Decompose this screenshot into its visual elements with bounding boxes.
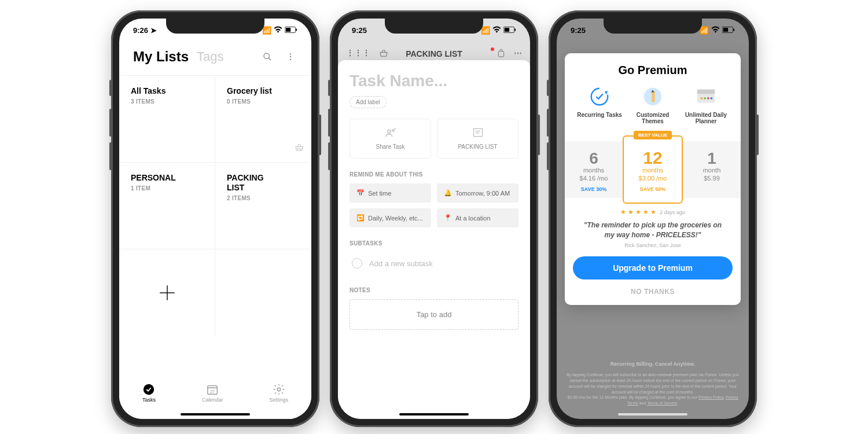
section-reminders: REMIND ME ABOUT THIS xyxy=(350,171,518,178)
svg-line-10 xyxy=(300,148,301,150)
list-assign-button[interactable]: PACKING LIST xyxy=(437,119,518,159)
status-time: 9:25 xyxy=(352,26,367,35)
svg-point-37 xyxy=(707,97,709,100)
share-task-button[interactable]: Share Task xyxy=(350,119,431,159)
svg-point-38 xyxy=(711,97,713,100)
svg-rect-28 xyxy=(723,28,728,32)
home-indicator[interactable] xyxy=(399,413,469,415)
status-time: 9:25 xyxy=(571,26,586,35)
battery-icon xyxy=(285,26,297,35)
list-name: PERSONAL xyxy=(131,173,183,183)
list-icon xyxy=(437,127,518,139)
reminder-tomorrow[interactable]: 🔔Tomorrow, 9:00 AM xyxy=(437,183,518,203)
task-sheet: Task Name... Add label Share Task PACKIN… xyxy=(338,60,530,419)
list-packing[interactable]: PACKING LIST 2 ITEMS xyxy=(215,163,311,249)
tab-mylists[interactable]: My Lists xyxy=(133,49,189,65)
plan-12mo[interactable]: BEST VALUE 12 months $3.00 /mo SAVE 50% xyxy=(623,135,683,204)
nav-label: Settings xyxy=(269,397,288,403)
nav-settings[interactable]: Settings xyxy=(269,383,288,403)
more-horizontal-icon[interactable]: ⋯ xyxy=(514,49,522,60)
list-personal[interactable]: PERSONAL 1 ITEM xyxy=(119,163,215,249)
svg-rect-21 xyxy=(498,51,503,56)
svg-point-6 xyxy=(290,56,291,57)
battery-icon xyxy=(722,26,735,35)
add-list-button[interactable] xyxy=(119,249,215,336)
list-name: All Tasks xyxy=(131,86,183,96)
basket-icon[interactable] xyxy=(378,48,389,60)
battery-icon xyxy=(503,26,516,35)
notes-input[interactable]: Tap to add xyxy=(350,299,518,330)
phone-mylists: 9:26 ➤ 📶 My Lists Tags All Tasks 3 ITEMS… xyxy=(111,10,319,427)
reminder-location[interactable]: 📍At a location xyxy=(437,208,518,227)
card-label: Share Task xyxy=(376,144,405,150)
tab-tags[interactable]: Tags xyxy=(197,49,223,64)
home-indicator[interactable] xyxy=(618,413,687,415)
search-icon[interactable] xyxy=(260,50,274,64)
svg-point-23 xyxy=(392,130,394,132)
add-label-button[interactable]: Add label xyxy=(350,96,387,108)
svg-rect-20 xyxy=(514,28,516,31)
card-label: PACKING LIST xyxy=(458,144,497,150)
list-name: Grocery list xyxy=(227,86,279,96)
svg-point-5 xyxy=(290,53,291,54)
privacy-link[interactable]: Privacy Policy xyxy=(698,395,723,399)
pin-icon: 📍 xyxy=(444,214,452,222)
list-all-tasks[interactable]: All Tasks 3 ITEMS xyxy=(119,76,215,163)
status-time: 9:26 xyxy=(133,26,148,35)
feature-planner: Unlimited Daily Planner xyxy=(683,85,729,124)
basket-icon xyxy=(294,142,304,155)
svg-point-22 xyxy=(387,130,390,133)
header-title: PACKING LIST xyxy=(406,49,462,58)
svg-rect-1 xyxy=(286,28,290,32)
list-count: 0 ITEMS xyxy=(227,98,300,105)
share-icon xyxy=(350,127,431,139)
review-stars: ★ ★ ★ ★ ★2 days ago xyxy=(573,208,733,216)
svg-rect-24 xyxy=(473,128,482,136)
task-name-input[interactable]: Task Name... xyxy=(350,72,518,90)
more-icon[interactable] xyxy=(284,50,297,64)
no-thanks-button[interactable]: NO THANKS xyxy=(573,288,733,296)
reminder-set-time[interactable]: 📅Set time xyxy=(350,183,431,203)
section-subtasks: SUBTASKS xyxy=(350,240,518,247)
tos-link[interactable]: Terms of Service xyxy=(647,401,677,405)
grid-icon[interactable]: ⋮⋮⋮ xyxy=(346,48,370,60)
nav-calendar[interactable]: 27 Calendar xyxy=(202,383,223,403)
modal-title: Go Premium xyxy=(573,64,733,77)
plan-6mo[interactable]: 6 months $4.16 /mo SAVE 30% xyxy=(565,141,623,198)
wifi-icon xyxy=(711,26,720,35)
add-subtask-input[interactable]: Add a new subtask xyxy=(350,252,518,274)
plan-1mo[interactable]: 1 month $5.99 xyxy=(683,141,741,198)
phone-task-detail: 9:25 📶 ⋮⋮⋮ PACKING LIST ⋯ Task Name... A… xyxy=(330,10,538,427)
svg-line-4 xyxy=(269,58,271,60)
list-count: 1 ITEM xyxy=(131,185,203,192)
notification-dot xyxy=(491,47,494,51)
svg-point-3 xyxy=(264,53,269,58)
svg-point-36 xyxy=(704,97,706,100)
phone-premium: 9:25 📶 Go Premium Recurring Tasks Custom… xyxy=(549,10,757,427)
best-value-badge: BEST VALUE xyxy=(634,131,672,139)
svg-rect-19 xyxy=(505,28,509,32)
status-icons: 📶 xyxy=(481,26,516,35)
checkbox-icon xyxy=(352,258,362,269)
themes-icon xyxy=(641,85,664,108)
nav-label: Calendar xyxy=(202,397,223,403)
list-grocery[interactable]: Grocery list 0 ITEMS xyxy=(215,76,311,163)
status-icons: 📶 xyxy=(700,26,735,35)
bag-icon[interactable] xyxy=(496,49,506,60)
list-count: 2 ITEMS xyxy=(227,195,300,201)
home-indicator[interactable] xyxy=(181,413,250,415)
nav-tasks[interactable]: Tasks xyxy=(142,383,156,403)
svg-line-8 xyxy=(297,148,298,150)
svg-rect-34 xyxy=(697,90,715,94)
calendar-icon: 📅 xyxy=(356,189,365,197)
upgrade-button[interactable]: Upgrade to Premium xyxy=(573,256,733,279)
wifi-icon xyxy=(492,26,501,35)
svg-rect-2 xyxy=(296,28,297,31)
reminder-repeat[interactable]: 🔁Daily, Weekly, etc... xyxy=(350,208,431,227)
svg-rect-32 xyxy=(652,91,655,102)
calendar-icon: 27 xyxy=(206,383,219,396)
gear-icon xyxy=(273,383,285,396)
review-author: Rick Sanchez, San Jose xyxy=(573,242,733,248)
list-count: 3 ITEMS xyxy=(131,98,203,105)
legal-text: Recurring Billing. Cancel Anytime. By ta… xyxy=(565,361,741,406)
